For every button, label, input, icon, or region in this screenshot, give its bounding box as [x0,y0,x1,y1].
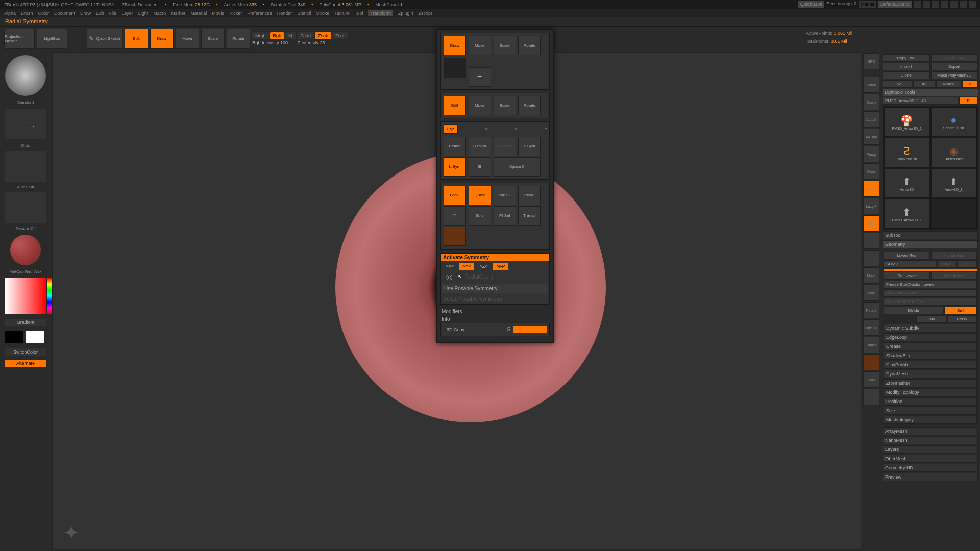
popup-draw-button[interactable]: Draw [444,36,466,55]
rotate-button[interactable]: Rotate [227,29,250,49]
ghost-button[interactable] [444,227,466,246]
suv-button[interactable]: Suv [916,315,946,323]
r-button[interactable]: R [963,80,978,88]
transp-button[interactable]: Transp [518,206,541,226]
local-button[interactable]: Local [444,186,466,205]
claypolish-section[interactable]: ClayPolish [884,361,977,369]
freeze-button[interactable]: Freeze SubDivision Levels [884,281,977,288]
divide-button[interactable]: Divide [884,307,943,314]
move-button[interactable]: Move [863,267,879,284]
scroll-button[interactable]: Scroll [863,77,879,93]
quick-button[interactable]: Quick [469,186,491,205]
cpivot-button[interactable]: C.Pivot [494,137,516,156]
geometry-section[interactable]: Geometry [883,240,978,248]
menu-document[interactable]: Document [54,11,75,16]
popup-scale-button[interactable]: Scale [494,36,516,55]
menu-preferences[interactable]: Preferences [247,11,272,16]
zadd-button[interactable]: Zadd [298,32,314,39]
menu-stencil[interactable]: Stencil [297,11,311,16]
menu-draw[interactable]: Draw [80,11,91,16]
tool-item[interactable]: 🍄PM3D_Arrow3D_1 [885,108,929,136]
popup-move-button[interactable]: Move [469,36,491,55]
maximize-icon[interactable] [960,1,967,8]
subtool-section[interactable]: SubTool [883,231,978,239]
popup-scale2-button[interactable]: Scale [494,96,516,115]
menu-marker[interactable]: Marker [171,11,185,16]
menu-file[interactable]: File [109,11,117,16]
gyz-button[interactable]: Gyz [444,124,458,134]
menu-texture[interactable]: Texture [334,11,350,16]
draw-button[interactable]: Draw [150,29,174,49]
window-icon[interactable] [941,1,948,8]
local-button[interactable]: Local [863,181,879,197]
preview-section[interactable]: Preview [883,473,978,481]
convert-bpr-button[interactable]: Convert BPR To Geo [884,298,977,306]
menu-stroke[interactable]: Stroke [316,11,329,16]
size-section[interactable]: Size [884,407,977,415]
blank-button[interactable] [863,233,879,249]
tool-item[interactable]: ◉EraserBrush [932,138,976,167]
copy-tool-button[interactable]: Copy Tool [883,54,930,62]
menu-material[interactable]: Material [190,11,207,16]
rgb-intensity[interactable]: Rgb Intensity 100 [252,40,296,45]
menu-macro[interactable]: Macro [153,11,166,16]
goz-button[interactable]: GoZ [883,80,912,88]
lightbox-tools-label[interactable]: Lightbox› Tools [883,89,978,96]
stroke-preview[interactable]: ⋯⋰⋱ [5,109,46,139]
ghost-button[interactable] [863,354,879,370]
lazymouse-button[interactable]: LazyM [863,198,879,214]
r-toggle[interactable]: R [959,97,978,105]
persp-button[interactable]: Persp [863,146,879,162]
3d-copy-button[interactable]: 3D Copy [444,326,505,333]
import-button[interactable]: Import [883,63,930,70]
transp-button[interactable]: Transp [863,337,879,353]
window-icon[interactable] [932,1,939,8]
move-button[interactable]: Move [176,29,199,49]
lightbox-button[interactable]: LightBox [37,29,67,49]
menu-render[interactable]: Render [277,11,292,16]
x-symmetry-button[interactable]: >X< [443,263,457,270]
frame-button[interactable]: Frame [444,137,466,156]
rgb-button[interactable]: Rgb [270,32,285,39]
smt-button[interactable]: Smt [944,307,977,314]
quicksave-button[interactable]: QuickSave [798,1,825,8]
visible-button[interactable]: Visible [936,80,962,88]
actual-button[interactable]: Actual [863,111,879,128]
hue-bar[interactable] [47,278,52,314]
z-symmetry-button[interactable]: >Z< [477,263,491,270]
grid-button[interactable]: ⊞ [469,157,491,177]
switchcolor-button[interactable]: SwitchColor [5,348,46,356]
solo-button[interactable]: Solo [863,371,879,388]
modifiers-section[interactable]: Modifiers [440,308,550,315]
xyz-button[interactable]: Ctrl+ [863,215,879,232]
zoom-button[interactable]: Zoom [863,94,879,110]
tool-item[interactable]: ƧSimpleBrush [885,138,929,167]
menu-alpha[interactable]: Alpha [4,11,16,16]
clone-button[interactable]: Clone [883,71,930,79]
menu-zplugin[interactable]: Zplugin [398,11,413,16]
edgeloop-section[interactable]: EdgeLoop [884,333,977,341]
linefill-button[interactable]: Line Fill [494,186,516,205]
activate-symmetry-header[interactable]: Activate Symmetry [441,254,549,261]
menu-light[interactable]: Light [138,11,149,16]
linefill-button[interactable]: Line Fill [863,319,879,336]
menu-picker[interactable]: Picker [229,11,242,16]
floor-button[interactable]: Floor [863,163,879,180]
zremesher-section[interactable]: ZRemesher [884,379,977,387]
m-button[interactable]: M [285,32,296,39]
menu-layer[interactable]: Layer [121,11,133,16]
zsub-button[interactable]: Zsub [315,32,331,39]
make-polymesh-button[interactable]: Make PolyMesh3D [931,71,978,79]
polyf-button[interactable]: PolyF [518,186,541,205]
del-higher-button[interactable]: Del Higher [931,272,977,280]
quicksketch-button[interactable]: ✎Quick Sketch [87,29,122,49]
default-script[interactable]: DefaultZScript [878,1,912,8]
layers-section[interactable]: Layers [883,445,978,454]
window-icon[interactable] [923,1,930,8]
color-picker[interactable] [5,278,46,314]
solo-button[interactable]: Solo [469,206,491,226]
popup-rotate-button[interactable]: Rotate [518,36,541,55]
mrgb-button[interactable]: Mrgb [252,32,269,39]
delete-posable-button[interactable]: Delete Posable Symmetry [441,294,549,304]
popup-rotate2-button[interactable]: Rotate [518,96,541,115]
